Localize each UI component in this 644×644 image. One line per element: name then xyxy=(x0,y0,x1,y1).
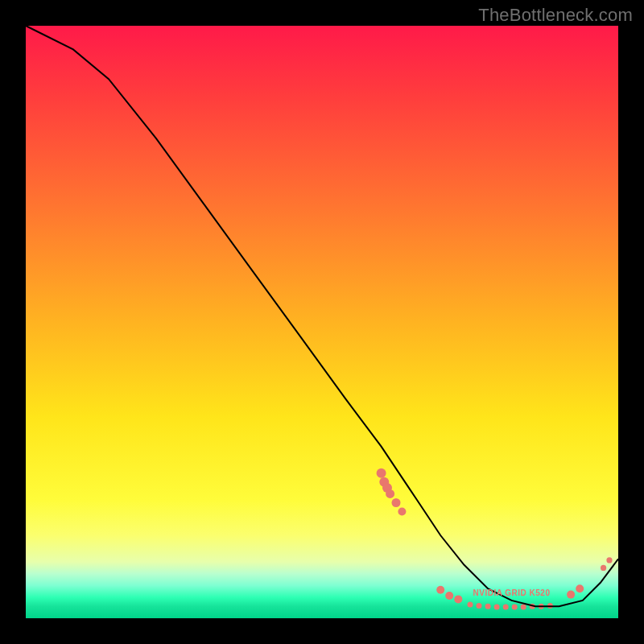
data-marker xyxy=(606,557,612,563)
plot-area: NVIDIA GRID K520 xyxy=(26,26,618,618)
data-marker xyxy=(477,603,482,609)
curve-line xyxy=(26,26,618,606)
data-marker xyxy=(468,602,473,608)
data-marker xyxy=(392,498,401,507)
data-marker xyxy=(485,604,491,609)
data-marker xyxy=(454,595,462,603)
data-marker xyxy=(436,586,444,594)
chart-stage: TheBottleneck.com NVIDIA GRID K520 xyxy=(0,0,644,644)
data-marker xyxy=(494,605,500,610)
data-marker xyxy=(567,591,575,599)
watermark-text: TheBottleneck.com xyxy=(478,5,633,26)
data-marker xyxy=(512,605,518,610)
data-marker xyxy=(503,605,509,610)
dash-label: NVIDIA GRID K520 xyxy=(473,588,551,597)
data-marker xyxy=(601,565,606,571)
chart-svg: NVIDIA GRID K520 xyxy=(26,26,618,618)
data-marker xyxy=(398,508,406,516)
data-marker xyxy=(576,584,584,592)
data-marker xyxy=(386,489,394,498)
data-marker xyxy=(445,592,453,600)
data-marker xyxy=(377,469,386,478)
data-marker xyxy=(521,605,526,610)
